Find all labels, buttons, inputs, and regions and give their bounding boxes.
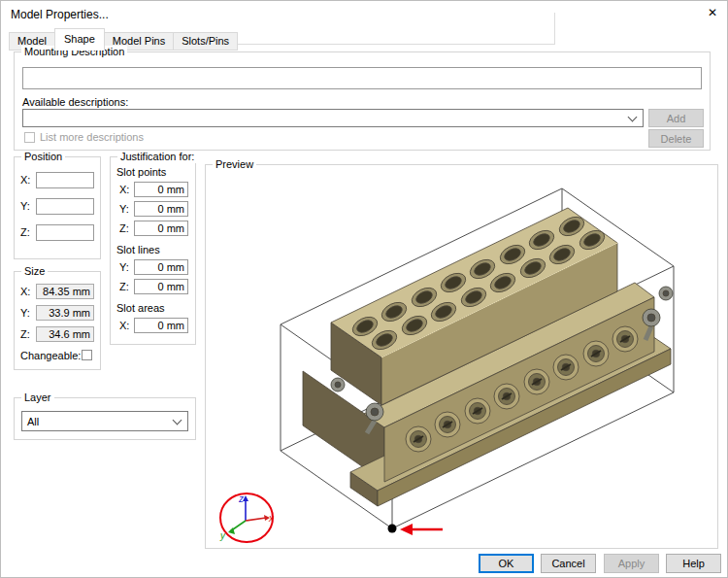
layer-value: All (27, 416, 174, 427)
window-title: Model Properties... (11, 8, 109, 21)
list-more-descriptions-checkbox[interactable] (24, 132, 35, 143)
list-more-descriptions-label: List more descriptions (40, 131, 144, 144)
help-button[interactable]: Help (666, 554, 721, 573)
annotation-arrow (400, 524, 443, 535)
position-x-input[interactable] (36, 172, 94, 188)
justification-group-label: Justification for: (117, 151, 197, 163)
position-z-input[interactable] (36, 224, 94, 241)
slot-areas-x-label: X: (119, 320, 129, 332)
position-y-input[interactable] (36, 198, 94, 215)
cancel-button[interactable]: Cancel (541, 554, 596, 573)
delete-button[interactable]: Delete (648, 129, 704, 148)
slot-lines-label: Slot lines (116, 244, 160, 256)
slot-points-z-label: Z: (119, 222, 129, 235)
slot-lines-y-input[interactable] (134, 259, 188, 275)
connector-model (303, 208, 673, 506)
apply-button[interactable]: Apply (604, 554, 659, 573)
divider-line (554, 13, 555, 45)
justification-group: Justification for: Slot points X: Y: Z: … (110, 156, 196, 345)
position-group-label: Position (21, 151, 65, 163)
origin-dot (388, 525, 397, 533)
layer-group: Layer All (14, 397, 196, 440)
model-properties-dialog: Model Properties... ✕ Model Shape Model … (0, 0, 728, 578)
available-descriptions-combobox[interactable] (22, 109, 644, 127)
position-group: Position X: Y: Z: (14, 156, 101, 259)
slot-points-x-input[interactable] (134, 182, 188, 197)
slot-points-x-label: X: (119, 184, 129, 196)
mounting-description-input[interactable] (22, 67, 702, 89)
ok-button[interactable]: OK (479, 554, 534, 573)
slot-areas-x-input[interactable] (134, 318, 188, 333)
size-group-label: Size (21, 265, 48, 278)
size-x-label: X: (20, 286, 30, 298)
preview-3d-model[interactable]: z x y (210, 179, 713, 544)
slot-points-label: Slot points (116, 166, 166, 179)
available-descriptions-label: Available descriptions: (22, 96, 128, 109)
slot-points-y-label: Y: (119, 203, 129, 216)
tab-slots-pins[interactable]: Slots/Pins (173, 32, 238, 51)
position-z-label: Z: (20, 226, 30, 239)
tab-shape[interactable]: Shape (54, 28, 105, 51)
changeable-checkbox[interactable] (82, 350, 92, 360)
position-x-label: X: (20, 174, 30, 187)
changeable-label: Changeable: (20, 350, 81, 362)
size-y-input (36, 305, 94, 321)
slot-lines-z-label: Z: (119, 281, 129, 293)
layer-group-label: Layer (21, 391, 54, 404)
slot-lines-y-label: Y: (119, 261, 129, 274)
size-z-input (36, 326, 94, 342)
slot-areas-label: Slot areas (116, 302, 165, 315)
layer-combobox[interactable]: All (21, 411, 188, 431)
slot-lines-z-input[interactable] (134, 279, 188, 294)
chevron-down-icon (628, 112, 638, 121)
add-button[interactable]: Add (648, 109, 704, 127)
close-icon[interactable]: ✕ (702, 5, 723, 20)
size-z-label: Z: (20, 328, 30, 341)
slot-points-y-input[interactable] (134, 201, 188, 217)
preview-group: Preview (205, 164, 718, 549)
slot-points-z-input[interactable] (134, 221, 188, 236)
size-x-input (36, 284, 94, 299)
position-y-label: Y: (20, 200, 30, 213)
chevron-down-icon (173, 415, 182, 425)
preview-group-label: Preview (213, 158, 256, 171)
size-group: Size X: Y: Z: Changeable: (14, 271, 101, 370)
mounting-description-group: Mounting Description Available descripti… (14, 51, 711, 151)
size-y-label: Y: (20, 307, 30, 320)
